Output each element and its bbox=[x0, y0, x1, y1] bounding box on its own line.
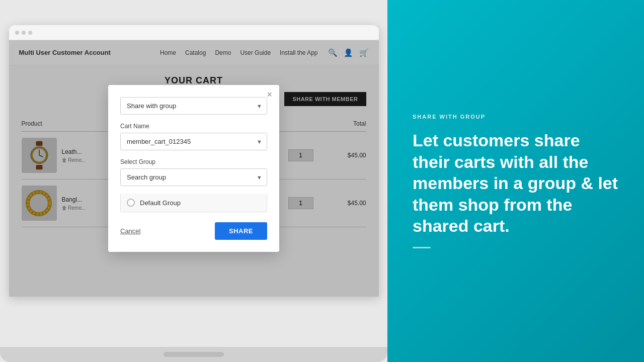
modal-overlay: × Share with group Share with member ▼ C… bbox=[9, 40, 379, 297]
share-button[interactable]: SHARE bbox=[215, 222, 267, 240]
right-subtitle: SHARE WITH GROUP bbox=[413, 114, 619, 120]
laptop-notch bbox=[164, 352, 224, 357]
cart-name-label: Cart Name bbox=[120, 123, 267, 130]
group-list-item-default[interactable]: Default Group bbox=[121, 194, 267, 212]
action-select-wrapper: Share with group Share with member ▼ bbox=[120, 97, 267, 115]
action-select[interactable]: Share with group Share with member bbox=[120, 97, 267, 115]
store-content: Multi User Customer Account Home Catalog… bbox=[9, 40, 379, 297]
default-group-label: Default Group bbox=[140, 199, 181, 207]
select-group-label: Select Group bbox=[120, 158, 267, 165]
cart-name-select[interactable]: member_cart_012345 bbox=[120, 133, 267, 150]
laptop-base bbox=[0, 347, 387, 362]
left-section: Multi User Customer Account Home Catalog… bbox=[0, 0, 387, 362]
browser-chrome bbox=[9, 25, 379, 40]
search-group-wrapper: Search group ▼ bbox=[120, 168, 267, 186]
right-divider bbox=[413, 247, 431, 248]
share-group-modal: × Share with group Share with member ▼ C… bbox=[108, 85, 279, 252]
search-group-select[interactable]: Search group bbox=[120, 168, 267, 186]
modal-close-button[interactable]: × bbox=[267, 90, 272, 99]
browser-frame: Multi User Customer Account Home Catalog… bbox=[9, 25, 379, 297]
right-heading: Let customers share their carts with all… bbox=[413, 130, 619, 237]
browser-dot-2 bbox=[22, 31, 26, 35]
group-radio-default bbox=[127, 199, 135, 207]
modal-footer: Cancel SHARE bbox=[120, 222, 267, 240]
cancel-button[interactable]: Cancel bbox=[120, 227, 140, 235]
browser-dot-3 bbox=[28, 31, 32, 35]
cart-name-wrapper: member_cart_012345 ▼ bbox=[120, 133, 267, 150]
right-section: SHARE WITH GROUP Let customers share the… bbox=[387, 0, 644, 362]
browser-dot-1 bbox=[15, 31, 19, 35]
group-list: Default Group bbox=[120, 194, 267, 212]
